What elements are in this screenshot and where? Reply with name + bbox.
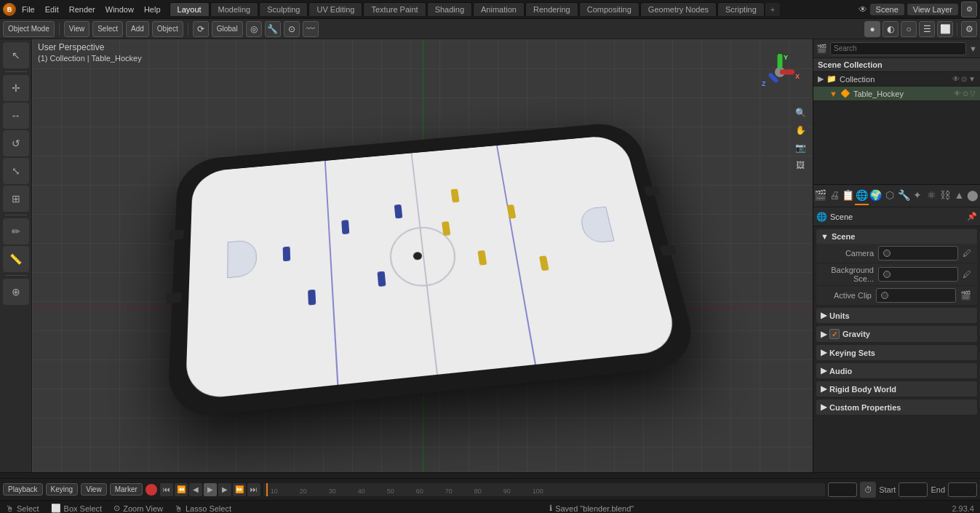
outliner-filter-icon[interactable]: ▼ <box>969 44 977 53</box>
prev-frame-button[interactable]: ◀ <box>189 483 202 496</box>
tool-measure[interactable]: 📏 <box>3 246 29 272</box>
view-layer-selector[interactable]: View Layer <box>907 4 958 15</box>
viewport-gizmo[interactable]: X Y Z <box>754 47 805 98</box>
viewport-shading-material[interactable]: ◐ <box>883 21 899 37</box>
marker-menu[interactable]: Marker <box>110 483 143 496</box>
tab-geometry-nodes[interactable]: Geometry Nodes <box>640 2 717 16</box>
next-frame-button[interactable]: ▶ <box>218 483 231 496</box>
play-button[interactable]: ▶ <box>204 483 217 496</box>
viewport-shading-solid[interactable]: ● <box>864 21 880 37</box>
viewport[interactable]: User Perspective (1) Collection | Table_… <box>32 39 813 472</box>
jump-end-button[interactable]: ⏭ <box>247 483 260 496</box>
menu-window[interactable]: Window <box>101 4 138 15</box>
prop-icon-constraints[interactable]: ⛓ <box>939 186 952 205</box>
outliner-table-vis[interactable]: 👁 <box>954 90 961 98</box>
prop-icon-material[interactable]: ⬤ <box>966 186 980 205</box>
gizmo-arm-y[interactable] <box>778 54 783 68</box>
outliner-table-select[interactable]: ⊙ <box>963 90 968 98</box>
tab-compositing[interactable]: Compositing <box>579 2 640 16</box>
outliner-search-input[interactable] <box>830 42 966 55</box>
tab-uv-editing[interactable]: UV Editing <box>308 2 362 16</box>
tab-modeling[interactable]: Modeling <box>210 2 259 16</box>
select-menu[interactable]: Select <box>92 21 123 37</box>
prop-icon-view-layer[interactable]: 📋 <box>841 186 855 205</box>
menu-help[interactable]: Help <box>140 4 165 15</box>
playback-menu[interactable]: Playback <box>3 483 43 496</box>
viewport-hscrollbar[interactable] <box>0 472 980 478</box>
outliner-collection-filter[interactable]: ▼ <box>968 75 976 83</box>
tab-shading[interactable]: Shading <box>427 2 472 16</box>
transform-selector[interactable]: Global <box>212 21 243 37</box>
tool-annotate[interactable]: ✏ <box>3 218 29 244</box>
viewport-render-icon[interactable]: 🖼 <box>792 157 808 173</box>
camera-eyedrop-icon[interactable]: 🖊 <box>963 248 971 258</box>
tool-cursor[interactable]: ✛ <box>3 75 29 101</box>
options-button[interactable]: ⚙ <box>961 1 977 17</box>
gizmo-settings[interactable]: ⚙ <box>961 21 977 37</box>
pivot-icon[interactable]: ◎ <box>246 21 262 37</box>
outliner-collection-exclude[interactable]: ⊙ <box>961 75 967 83</box>
frame-time-toggle[interactable]: ⏱ <box>860 482 876 498</box>
prop-icon-world[interactable]: 🌍 <box>869 186 883 205</box>
menu-render[interactable]: Render <box>65 4 100 15</box>
bg-scene-value[interactable] <box>878 267 958 282</box>
tool-scale[interactable]: ⤡ <box>3 158 29 184</box>
tab-layout[interactable]: Layout <box>170 2 210 16</box>
viewport-xray[interactable]: ⬜ <box>937 21 953 37</box>
prop-icon-render[interactable]: 🎬 <box>813 186 827 205</box>
camera-value[interactable] <box>878 246 958 261</box>
timeline-track[interactable]: 10 20 30 40 50 60 70 80 90 100 <box>263 483 825 496</box>
start-frame-input[interactable]: 1 <box>899 482 928 497</box>
outliner-collection-vis[interactable]: 👁 <box>952 75 960 83</box>
active-clip-value[interactable] <box>876 288 956 303</box>
record-button[interactable] <box>146 484 157 496</box>
properties-filter[interactable]: 📌 <box>967 212 977 221</box>
viewport-zoom-icon[interactable]: 🔍 <box>792 105 808 121</box>
tab-sculpting[interactable]: Sculpting <box>259 2 308 16</box>
viewport-shading-rendered[interactable]: ○ <box>901 21 917 37</box>
prop-section-keying-header[interactable]: ▶ Keying Sets <box>816 345 977 360</box>
prop-section-scene-header[interactable]: ▼ Scene <box>816 229 977 244</box>
prop-section-rigidbody-header[interactable]: ▶ Rigid Body World <box>816 381 977 397</box>
menu-edit[interactable]: Edit <box>41 4 63 15</box>
keying-menu[interactable]: Keying <box>46 483 79 496</box>
tab-scripting[interactable]: Scripting <box>717 2 765 16</box>
active-clip-icon[interactable]: 🎬 <box>960 290 971 301</box>
object-menu[interactable]: Object <box>152 21 183 37</box>
viewport-overlay[interactable]: ☰ <box>919 21 935 37</box>
viewport-camera-icon[interactable]: 📷 <box>792 140 808 156</box>
scene-selector[interactable]: Scene <box>870 4 904 15</box>
prop-icon-particles[interactable]: ✦ <box>911 186 925 205</box>
prop-icon-output[interactable]: 🖨 <box>827 186 841 205</box>
tool-rotate[interactable]: ↺ <box>3 130 29 156</box>
tab-texture-paint[interactable]: Texture Paint <box>363 2 426 16</box>
mode-selector[interactable]: Object Mode <box>3 21 55 37</box>
timeline-playhead[interactable] <box>266 483 268 496</box>
prev-keyframe-button[interactable]: ⏪ <box>175 483 188 496</box>
menu-file[interactable]: File <box>17 4 39 15</box>
outliner-item-table-hockey[interactable]: ▼ 🔶 Table_Hockey 👁 ⊙ ▽ <box>813 87 980 101</box>
tool-add[interactable]: ⊕ <box>3 279 29 305</box>
prop-section-audio-header[interactable]: ▶ Audio <box>816 363 977 378</box>
tab-animation[interactable]: Animation <box>473 2 525 16</box>
falloff-icon[interactable]: 〰 <box>303 21 319 37</box>
prop-section-units-header[interactable]: ▶ Units <box>816 308 977 323</box>
outliner-table-filter[interactable]: ▽ <box>970 90 976 98</box>
end-frame-input[interactable]: 250 <box>948 482 977 497</box>
prop-section-gravity-header[interactable]: ▶ Gravity <box>816 326 977 342</box>
view-menu-timeline[interactable]: View <box>81 483 107 496</box>
jump-start-button[interactable]: ⏮ <box>160 483 173 496</box>
next-keyframe-button[interactable]: ⏩ <box>233 483 246 496</box>
current-frame-input[interactable]: 1 <box>828 482 857 497</box>
gravity-checkbox[interactable] <box>829 329 840 339</box>
prop-icon-data[interactable]: ▲ <box>952 186 966 205</box>
prop-icon-modifier[interactable]: 🔧 <box>896 186 910 205</box>
tab-rendering[interactable]: Rendering <box>525 2 578 16</box>
tool-transform[interactable]: ⊞ <box>3 186 29 212</box>
gizmo-arm-x[interactable] <box>780 70 794 75</box>
prop-icon-physics[interactable]: ⚛ <box>925 186 939 205</box>
tool-select[interactable]: ↖ <box>3 42 29 68</box>
prop-icon-scene[interactable]: 🌐 <box>855 186 869 205</box>
add-menu[interactable]: Add <box>126 21 149 37</box>
tool-move[interactable]: ↔ <box>3 103 29 129</box>
